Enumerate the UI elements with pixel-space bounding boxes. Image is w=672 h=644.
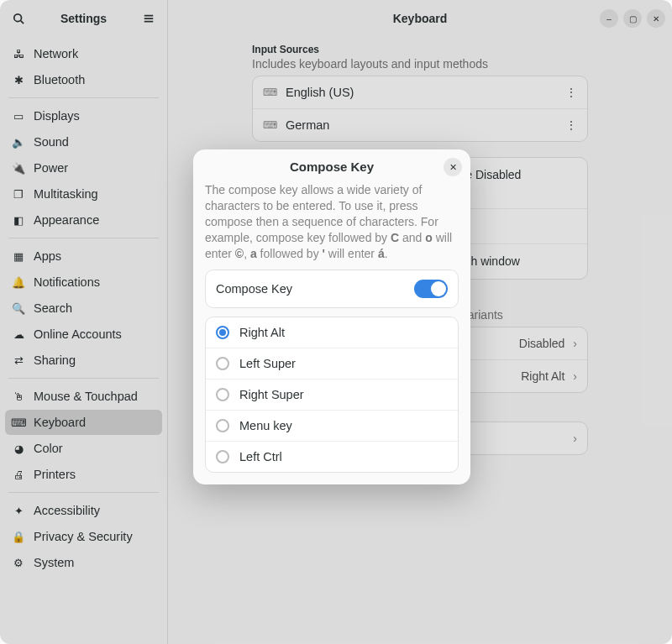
section-title: Input Sources (252, 44, 588, 55)
keyboard-icon: ⌨ (263, 86, 277, 98)
option-label: Left Super (239, 357, 296, 370)
sidebar: Settings 🖧Network✱Bluetooth▭Displays🔈Sou… (0, 0, 168, 644)
sidebar-item-icon: 🖧 (12, 48, 25, 60)
dialog-title: Compose Key (290, 160, 374, 174)
sidebar-item-label: Search (34, 301, 72, 315)
sidebar-item-icon: 🖨 (12, 469, 25, 481)
compose-options-list: Right AltLeft SuperRight SuperMenu keyLe… (205, 317, 459, 473)
compose-key-value: Right Alt (521, 369, 564, 383)
sidebar-item-icon: ◧ (12, 214, 25, 227)
radio-button[interactable] (216, 357, 229, 370)
sidebar-item-label: Sharing (34, 353, 76, 367)
alt-chars-value: Disabled (519, 337, 564, 350)
sidebar-item-label: Multitasking (34, 187, 98, 201)
close-button[interactable]: ✕ (647, 9, 665, 28)
sidebar-item-network[interactable]: 🖧Network (5, 41, 162, 66)
sidebar-item-label: Accessibility (34, 504, 100, 517)
sidebar-item-online-accounts[interactable]: ☁Online Accounts (5, 322, 162, 347)
input-source-label: English (US) (286, 86, 557, 99)
more-icon[interactable]: ⋮ (565, 118, 577, 132)
compose-toggle-card: Compose Key (205, 270, 459, 308)
sidebar-item-apps[interactable]: ▦Apps (5, 243, 162, 269)
svg-point-0 (14, 14, 22, 22)
sidebar-item-icon: ✦ (12, 505, 25, 517)
sidebar-item-search[interactable]: 🔍Search (5, 296, 162, 321)
sidebar-item-icon: 🖱 (12, 390, 25, 403)
sidebar-item-label: Printers (34, 468, 76, 481)
input-source-label: German (286, 118, 557, 132)
option-label: Right Alt (239, 326, 285, 339)
keyboard-icon: ⌨ (263, 119, 277, 131)
sidebar-item-multitasking[interactable]: ❐Multitasking (5, 181, 162, 207)
section-input-sources: Input Sources Includes keyboard layouts … (252, 44, 588, 142)
sidebar-item-notifications[interactable]: 🔔Notifications (5, 270, 162, 295)
sidebar-item-icon: 🔌 (12, 162, 25, 175)
page-title: Keyboard (393, 12, 448, 25)
input-source-row[interactable]: ⌨German⋮ (253, 108, 587, 141)
sidebar-item-system[interactable]: ⚙System (5, 550, 162, 575)
sidebar-item-bluetooth[interactable]: ✱Bluetooth (5, 67, 162, 92)
dialog-close-button[interactable]: ✕ (444, 158, 462, 176)
main-header: Keyboard – ▢ ✕ (168, 0, 672, 37)
sidebar-item-icon: ▦ (12, 250, 25, 263)
minimize-button[interactable]: – (600, 9, 618, 28)
sidebar-item-icon: 🔔 (12, 276, 25, 289)
dialog-body: The compose key allows a wide variety of… (193, 179, 470, 484)
sidebar-item-sharing[interactable]: ⇄Sharing (5, 348, 162, 373)
sidebar-item-label: Keyboard (34, 416, 86, 429)
sidebar-item-label: System (34, 556, 74, 569)
radio-button[interactable] (216, 388, 229, 401)
option-label: Menu key (239, 419, 292, 432)
sidebar-item-label: Network (34, 47, 78, 60)
sidebar-item-label: Notifications (34, 275, 100, 289)
radio-button[interactable] (216, 326, 229, 339)
sidebar-item-icon: ⇄ (12, 354, 25, 367)
sidebar-item-keyboard[interactable]: ⌨Keyboard (5, 410, 162, 435)
sidebar-item-sound[interactable]: 🔈Sound (5, 129, 162, 154)
radio-button[interactable] (216, 450, 229, 463)
sidebar-item-icon: ▭ (12, 110, 25, 123)
sidebar-item-accessibility[interactable]: ✦Accessibility (5, 498, 162, 523)
menu-icon[interactable] (137, 7, 160, 30)
sidebar-item-icon: ✱ (12, 74, 25, 86)
compose-option-left-super[interactable]: Left Super (206, 348, 458, 379)
sidebar-item-label: Privacy & Security (34, 530, 133, 543)
sidebar-item-color[interactable]: ◕Color (5, 436, 162, 461)
chevron-right-icon: › (573, 369, 577, 383)
sidebar-item-mouse-touchpad[interactable]: 🖱Mouse & Touchpad (5, 384, 162, 409)
search-icon[interactable] (7, 7, 30, 30)
sidebar-item-icon: 🔒 (12, 531, 25, 543)
option-label: Left Ctrl (239, 450, 282, 463)
sidebar-item-label: Power (34, 161, 68, 175)
compose-option-left-ctrl[interactable]: Left Ctrl (206, 441, 458, 472)
chevron-right-icon: › (573, 432, 577, 445)
sidebar-item-label: Displays (34, 109, 80, 123)
sidebar-item-icon: ⚙ (12, 557, 25, 569)
sidebar-item-privacy-security[interactable]: 🔒Privacy & Security (5, 524, 162, 549)
more-icon[interactable]: ⋮ (565, 86, 577, 99)
compose-toggle-row: Compose Key (206, 270, 458, 307)
compose-option-menu-key[interactable]: Menu key (206, 410, 458, 441)
radio-button[interactable] (216, 419, 229, 432)
compose-key-dialog: Compose Key ✕ The compose key allows a w… (193, 149, 470, 484)
sidebar-item-printers[interactable]: 🖨Printers (5, 462, 162, 487)
compose-option-right-alt[interactable]: Right Alt (206, 317, 458, 348)
maximize-button[interactable]: ▢ (623, 9, 642, 28)
dialog-description: The compose key allows a wide variety of… (205, 182, 459, 261)
sidebar-item-icon: ⌨ (12, 416, 25, 429)
sidebar-item-power[interactable]: 🔌Power (5, 155, 162, 181)
input-source-row[interactable]: ⌨English (US)⋮ (253, 76, 587, 108)
sidebar-item-label: Sound (34, 135, 69, 149)
compose-toggle[interactable] (414, 280, 448, 298)
sidebar-item-displays[interactable]: ▭Displays (5, 103, 162, 128)
sidebar-item-icon: 🔍 (12, 302, 25, 315)
sidebar-item-icon: ❐ (12, 188, 25, 201)
sidebar-item-icon: 🔈 (12, 136, 25, 149)
sidebar-item-icon: ☁ (12, 328, 25, 341)
sidebar-list: 🖧Network✱Bluetooth▭Displays🔈Sound🔌Power❐… (0, 37, 167, 579)
sidebar-item-appearance[interactable]: ◧Appearance (5, 207, 162, 233)
sidebar-title: Settings (30, 12, 137, 25)
sidebar-item-label: Apps (34, 249, 61, 263)
compose-option-right-super[interactable]: Right Super (206, 379, 458, 410)
section-subtitle: Includes keyboard layouts and input meth… (252, 57, 588, 71)
